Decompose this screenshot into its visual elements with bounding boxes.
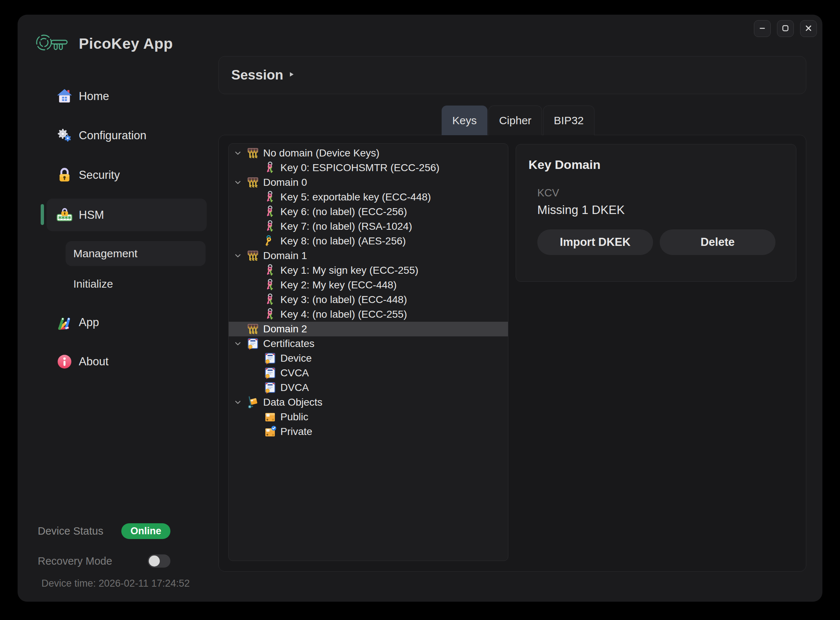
sidebar-item-about[interactable]: About: [47, 351, 207, 372]
tree-item-device[interactable]: Device: [229, 351, 508, 366]
tree-item-domain-0[interactable]: Domain 0: [229, 175, 508, 190]
device-status-row: Device Status Online: [38, 523, 170, 539]
sidebar-item-app[interactable]: App: [47, 312, 207, 333]
domain-keys-icon: [246, 322, 259, 336]
chevron-spacer: [250, 161, 260, 175]
key-pair-icon: [263, 264, 277, 277]
toggle-knob: [149, 555, 160, 566]
chevron-down-icon[interactable]: [233, 175, 242, 190]
tree-item-private[interactable]: Private: [229, 424, 508, 439]
session-label: Session: [231, 68, 283, 83]
tree-item-key-6-no-label-ecc-256[interactable]: Key 6: (no label) (ECC-256): [229, 205, 508, 219]
chevron-spacer: [250, 263, 260, 278]
chevron-spacer: [250, 234, 260, 248]
key-domain-title: Key Domain: [528, 158, 601, 172]
maximize-icon: [781, 24, 789, 33]
chevron-spacer: [250, 292, 260, 307]
sidebar-item-security[interactable]: Security: [47, 165, 207, 185]
app-colorful-icon: [56, 314, 73, 331]
app-logo-key-icon: [35, 32, 70, 56]
tab-bip32[interactable]: BIP32: [543, 105, 595, 135]
app-window: PicoKey App HomeConfigurationSecurityHSM…: [18, 15, 822, 602]
kcv-value: Missing 1 DKEK: [537, 203, 625, 217]
sidebar-item-label: About: [79, 355, 108, 368]
tree-item-data-objects[interactable]: Data Objects: [229, 395, 508, 410]
tree-item-key-3-no-label-ecc-448[interactable]: Key 3: (no label) (ECC-448): [229, 292, 508, 307]
tree-item-label: Certificates: [263, 338, 315, 349]
chevron-spacer: [250, 190, 260, 205]
key-pair-icon: [263, 308, 277, 321]
chevron-spacer: [250, 278, 260, 292]
chevron-spacer: [233, 322, 242, 336]
sidebar-item-label: Home: [79, 90, 109, 103]
tree-item-label: Key 7: (no label) (RSA-1024): [280, 221, 412, 232]
tree-item-public[interactable]: Public: [229, 410, 508, 424]
recovery-mode-label: Recovery Mode: [38, 555, 112, 567]
key-domain-panel: Key Domain KCV Missing 1 DKEK Import DKE…: [516, 144, 796, 282]
maximize-button[interactable]: [777, 20, 794, 37]
chevron-spacer: [250, 424, 260, 439]
minimize-icon: [758, 24, 766, 33]
sidebar-item-label: Initialize: [73, 278, 113, 290]
tree-item-label: Key 6: (no label) (ECC-256): [280, 206, 407, 218]
tree-item-key-0-espicohsmtr-ecc-256[interactable]: Key 0: ESPICOHSMTR (ECC-256): [229, 161, 508, 175]
sidebar-item-label: Security: [79, 169, 120, 182]
tree-item-domain-2[interactable]: Domain 2: [229, 322, 508, 336]
tree-item-label: CVCA: [280, 367, 309, 379]
tree-item-cvca[interactable]: CVCA: [229, 366, 508, 380]
delete-button[interactable]: Delete: [660, 229, 775, 255]
chevron-down-icon[interactable]: [233, 146, 242, 161]
tab-cipher[interactable]: Cipher: [489, 105, 542, 135]
tree-item-key-7-no-label-rsa-1024[interactable]: Key 7: (no label) (RSA-1024): [229, 219, 508, 234]
expand-right-arrow-icon: [289, 71, 294, 79]
key-tree-panel: No domain (Device Keys)Key 0: ESPICOHSMT…: [228, 143, 508, 561]
tree-item-label: Key 0: ESPICOHSMTR (ECC-256): [280, 162, 440, 174]
chevron-down-icon[interactable]: [233, 395, 242, 410]
tree-item-label: Key 4: (no label) (ECC-255): [280, 308, 407, 320]
window-controls: [754, 20, 817, 37]
session-header[interactable]: Session: [218, 56, 806, 94]
close-icon: [804, 24, 813, 33]
chevron-down-icon[interactable]: [233, 336, 242, 351]
tree-item-key-2-my-key-ecc-448[interactable]: Key 2: My key (ECC-448): [229, 278, 508, 292]
tree-item-label: Domain 2: [263, 323, 307, 335]
chevron-spacer: [250, 410, 260, 424]
tab-keys[interactable]: Keys: [442, 105, 488, 135]
domain-keys-icon: [246, 147, 259, 160]
chevron-spacer: [250, 307, 260, 322]
tree-item-label: No domain (Device Keys): [263, 147, 379, 159]
tree-item-label: Key 2: My key (ECC-448): [280, 279, 397, 291]
tree-item-label: Key 3: (no label) (ECC-448): [280, 294, 407, 305]
key-pair-icon: [263, 293, 277, 306]
recovery-mode-toggle[interactable]: [148, 554, 170, 567]
tree-item-label: Data Objects: [263, 396, 322, 408]
sidebar-item-initialize[interactable]: Initialize: [66, 274, 206, 293]
sidebar-item-home[interactable]: Home: [47, 86, 207, 107]
tree-item-key-8-no-label-aes-256[interactable]: Key 8: (no label) (AES-256): [229, 234, 508, 248]
package-icon: [263, 411, 277, 424]
sidebar-item-management[interactable]: Management: [66, 241, 206, 266]
tree-item-dvca[interactable]: DVCA: [229, 380, 508, 395]
tree-item-label: Public: [280, 411, 308, 423]
chevron-down-icon[interactable]: [233, 248, 242, 263]
import-dkek-button[interactable]: Import DKEK: [537, 229, 653, 255]
tree-item-key-4-no-label-ecc-255[interactable]: Key 4: (no label) (ECC-255): [229, 307, 508, 322]
domain-keys-icon: [246, 176, 259, 189]
chevron-spacer: [250, 205, 260, 219]
tree-item-no-domain-device-keys[interactable]: No domain (Device Keys): [229, 146, 508, 161]
tree-item-certificates[interactable]: Certificates: [229, 336, 508, 351]
tree-item-key-1-my-sign-key-ecc-255[interactable]: Key 1: My sign key (ECC-255): [229, 263, 508, 278]
device-status-badge: Online: [121, 523, 170, 539]
tree-item-label: Key 5: exportable key (ECC-448): [280, 191, 431, 203]
tree-item-label: Domain 1: [263, 250, 307, 262]
sidebar-item-label: Management: [73, 247, 137, 260]
sidebar-item-hsm[interactable]: HSM: [47, 199, 207, 231]
tree-item-domain-1[interactable]: Domain 1: [229, 248, 508, 263]
key-pair-icon: [263, 278, 277, 292]
tree-item-key-5-exportable-key-ecc-448[interactable]: Key 5: exportable key (ECC-448): [229, 190, 508, 205]
close-button[interactable]: [800, 20, 817, 37]
chevron-spacer: [250, 351, 260, 366]
sidebar-item-configuration[interactable]: Configuration: [47, 125, 207, 146]
minimize-button[interactable]: [754, 20, 771, 37]
domain-keys-icon: [246, 249, 259, 262]
